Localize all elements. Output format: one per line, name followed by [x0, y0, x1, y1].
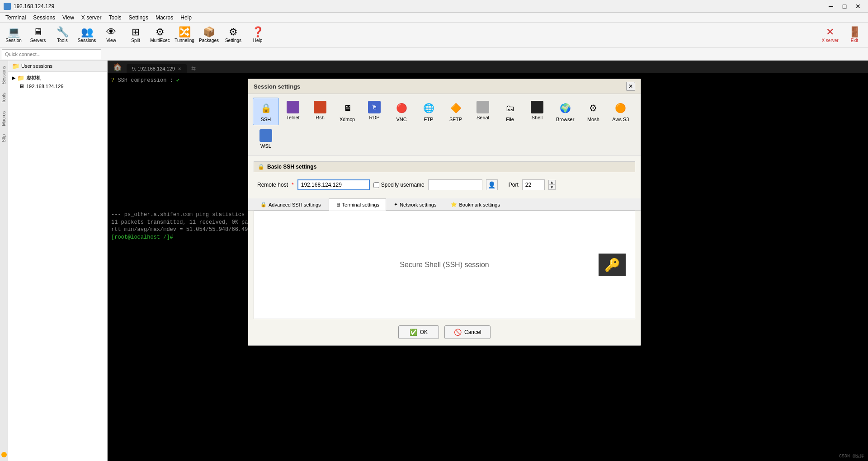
awss3-label: Aws S3 — [612, 117, 629, 122]
toolbar-session[interactable]: 💻 Session — [2, 24, 25, 47]
toolbar-packages-label: Packages — [199, 38, 219, 43]
menu-tools[interactable]: Tools — [105, 14, 125, 22]
cancel-button[interactable]: 🚫 Cancel — [444, 325, 491, 339]
servers-icon: 🖥 — [33, 27, 43, 37]
port-spin-up[interactable]: ▲ — [548, 180, 556, 185]
toolbar-servers[interactable]: 🖥 Servers — [26, 24, 50, 47]
tab-macros[interactable]: Macros — [0, 108, 7, 130]
tab-sftp[interactable]: Sftp — [0, 131, 7, 146]
toolbar-settings-label: Settings — [225, 38, 241, 43]
multiexec-icon: ⚙ — [156, 27, 165, 37]
protocol-ssh[interactable]: 🔒 SSH — [253, 98, 279, 125]
menu-sessions[interactable]: Sessions — [29, 14, 59, 22]
maximize-button[interactable]: □ — [838, 0, 851, 13]
split-icon: ⊞ — [132, 27, 140, 37]
toolbar-help[interactable]: ❓ Help — [246, 24, 269, 47]
sftp-protocol-icon: 🔶 — [448, 101, 463, 115]
protocol-wsl[interactable]: WSL — [253, 126, 279, 152]
tree-root-label: 虚拟机 — [26, 75, 41, 81]
protocol-vnc[interactable]: 🔴 VNC — [388, 98, 415, 125]
bookmark-settings-icon: ⭐ — [451, 202, 457, 207]
toolbar-split[interactable]: ⊞ Split — [124, 24, 147, 47]
modal-title: Session settings — [254, 83, 300, 90]
telnet-label: Telnet — [286, 115, 299, 120]
wsl-label: WSL — [260, 143, 271, 149]
window-title: 192.168.124.129 — [14, 3, 54, 9]
tab-tools[interactable]: Tools — [0, 89, 7, 107]
protocol-xdmcp[interactable]: 🖥 Xdmcp — [334, 98, 360, 125]
toolbar-exit[interactable]: 🚪 Exit — [843, 24, 866, 47]
close-button[interactable]: ✕ — [852, 0, 864, 13]
rsh-label: Rsh — [316, 115, 325, 120]
ok-button[interactable]: ✅ OK — [398, 325, 439, 339]
quick-connect-input[interactable] — [2, 49, 101, 59]
file-protocol-icon: 🗂 — [503, 101, 517, 115]
protocol-telnet[interactable]: Telnet — [280, 98, 306, 125]
left-sidebar-tabs: Sessions Tools Macros Sftp — [0, 61, 8, 461]
sessions-tree: ▶ 📁 虚拟机 🖥 192.168.124.129 — [8, 72, 107, 461]
toolbar-packages[interactable]: 📦 Packages — [197, 24, 221, 47]
remote-host-input[interactable] — [297, 179, 370, 190]
protocol-awss3[interactable]: 🟠 Aws S3 — [607, 98, 634, 125]
tab-terminal-settings[interactable]: 🖥 Terminal settings — [329, 198, 387, 211]
advanced-ssh-label: Advanced SSH settings — [269, 202, 321, 207]
modal-overlay: Session settings ✕ 🔒 SSH Telnet — [108, 61, 868, 461]
tab-sessions[interactable]: Sessions — [0, 62, 7, 88]
protocol-sftp[interactable]: 🔶 SFTP — [443, 98, 469, 125]
menu-macros[interactable]: Macros — [152, 14, 177, 22]
modal-title-bar: Session settings ✕ — [248, 79, 641, 94]
menu-terminal[interactable]: Terminal — [2, 14, 29, 22]
xdmcp-label: Xdmcp — [340, 117, 355, 122]
toolbar-tunneling[interactable]: 🔀 Tunneling — [173, 24, 196, 47]
protocol-row: 🔒 SSH Telnet Rsh 🖥 Xdmcp — [248, 94, 641, 156]
settings-tabs: 🔒 Advanced SSH settings 🖥 Terminal setti… — [248, 198, 641, 211]
terminal-settings-icon: 🖥 — [335, 202, 340, 207]
protocol-ftp[interactable]: 🌐 FTP — [415, 98, 442, 125]
menu-view[interactable]: View — [59, 14, 78, 22]
toolbar-view[interactable]: 👁 View — [99, 24, 123, 47]
username-input[interactable] — [428, 179, 482, 190]
tree-item-192[interactable]: 🖥 192.168.124.129 — [17, 82, 105, 90]
tree-root-folder[interactable]: ▶ 📁 虚拟机 — [10, 74, 105, 82]
main-layout: Sessions Tools Macros Sftp 📁 User sessio… — [0, 61, 868, 461]
remote-host-row: Remote host * Specify username 👤 Port ▲ — [254, 177, 635, 193]
menu-help[interactable]: Help — [177, 14, 195, 22]
cancel-circle-icon: 🚫 — [454, 329, 462, 336]
menu-xserver[interactable]: X server — [78, 14, 105, 22]
toolbar-tools[interactable]: 🔧 Tools — [51, 24, 74, 47]
port-spin-down[interactable]: ▼ — [548, 185, 556, 190]
ok-circle-icon: ✅ — [410, 329, 417, 336]
browser-label: Browser — [556, 117, 574, 122]
session-description: Secure Shell (SSH) session — [400, 261, 489, 269]
minimize-button[interactable]: ─ — [825, 0, 837, 13]
toolbar-help-label: Help — [253, 38, 263, 43]
tab-network-settings[interactable]: ✦ Network settings — [387, 198, 443, 210]
menu-settings[interactable]: Settings — [125, 14, 152, 22]
sessions-header-label: User sessions — [21, 63, 52, 69]
toolbar-sessions[interactable]: 👥 Sessions — [75, 24, 99, 47]
protocol-rdp[interactable]: 🖱 RDP — [361, 98, 387, 125]
protocol-serial[interactable]: Serial — [470, 98, 496, 125]
quick-connect-bar — [0, 48, 868, 61]
sessions-panel: 📁 User sessions ▶ 📁 虚拟机 🖥 192.168.124.12… — [8, 61, 108, 461]
user-icon-button[interactable]: 👤 — [486, 179, 498, 190]
protocol-mosh[interactable]: ⚙ Mosh — [580, 98, 606, 125]
tab-bookmark-settings[interactable]: ⭐ Bookmark settings — [444, 198, 506, 210]
port-input[interactable] — [522, 179, 545, 190]
toolbar-xserver[interactable]: ✕ X server — [818, 24, 842, 47]
title-bar-left: 192.168.124.129 — [4, 3, 54, 10]
toolbar-settings[interactable]: ⚙ Settings — [222, 24, 245, 47]
protocol-shell[interactable]: Shell — [524, 98, 550, 125]
protocol-rsh[interactable]: Rsh — [307, 98, 333, 125]
tab-advanced-ssh[interactable]: 🔒 Advanced SSH settings — [254, 198, 328, 210]
protocol-browser[interactable]: 🌍 Browser — [551, 98, 579, 125]
modal-close-button[interactable]: ✕ — [626, 82, 635, 91]
wsl-protocol-icon — [259, 129, 272, 142]
protocol-file[interactable]: 🗂 File — [497, 98, 523, 125]
rdp-label: RDP — [369, 115, 379, 120]
toolbar-multiexec[interactable]: ⚙ MultiExec — [148, 24, 172, 47]
rdp-protocol-icon: 🖱 — [368, 101, 381, 113]
computer-icon: 🖥 — [19, 83, 24, 89]
terminal-settings-label: Terminal settings — [342, 202, 380, 207]
specify-username-checkbox[interactable] — [373, 182, 379, 188]
